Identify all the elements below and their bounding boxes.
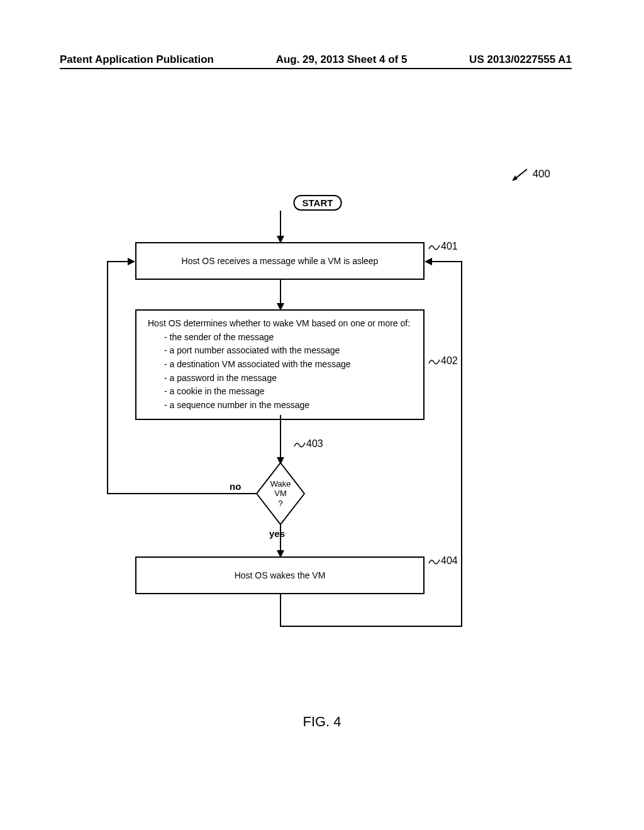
decision-text: Wake VM ? [256, 462, 305, 525]
connector [280, 280, 281, 305]
ref-arrow-icon [509, 167, 530, 182]
connector [280, 594, 281, 626]
connector [280, 211, 281, 237]
ref-403-label: 403 [294, 438, 323, 450]
arrowhead-icon [128, 258, 135, 265]
connector [107, 261, 108, 494]
process-box-402: Host OS determines whether to wake VM ba… [135, 309, 425, 420]
connector [280, 626, 462, 627]
header-left: Patent Application Publication [60, 53, 214, 66]
leader-line-icon [428, 356, 441, 366]
header-rule [60, 68, 572, 69]
ref-404-label: 404 [428, 555, 458, 567]
connector [431, 261, 462, 262]
list-item: - a password in the message [164, 372, 412, 385]
figure-caption: FIG. 4 [0, 714, 644, 730]
list-item: - a cookie in the message [164, 385, 412, 399]
svg-marker-1 [512, 175, 518, 181]
connector [280, 415, 281, 459]
header-right: US 2013/0227555 A1 [469, 53, 572, 66]
leader-line-icon [294, 439, 306, 449]
connector [107, 261, 129, 262]
ref-402-label: 402 [428, 355, 458, 367]
decision-yes-label: yes [269, 528, 285, 539]
arrowhead-icon [425, 258, 432, 265]
ref-400-label: 400 [509, 167, 550, 182]
process-box-404: Host OS wakes the VM [135, 556, 425, 594]
decision-diamond: Wake VM ? [256, 462, 305, 525]
connector [461, 261, 462, 627]
process-box-401: Host OS receives a message while a VM is… [135, 242, 425, 280]
decision-no-label: no [230, 481, 241, 492]
leader-line-icon [428, 556, 441, 566]
list-item: - a port number associated with the mess… [164, 344, 412, 358]
ref-401-label: 401 [428, 241, 458, 252]
list-item: - a destination VM associated with the m… [164, 358, 412, 372]
start-terminator: START [294, 195, 342, 211]
box-402-list: - the sender of the message - a port num… [148, 331, 412, 412]
box-402-heading: Host OS determines whether to wake VM ba… [148, 317, 412, 331]
connector [107, 493, 257, 494]
header-center: Aug. 29, 2013 Sheet 4 of 5 [276, 53, 408, 66]
leader-line-icon [428, 241, 441, 252]
list-item: - a sequence number in the message [164, 399, 412, 412]
page-header: Patent Application Publication Aug. 29, … [0, 53, 644, 66]
list-item: - the sender of the message [164, 331, 412, 345]
flowchart-diagram: 400 START Host OS receives a message whi… [110, 167, 525, 676]
connector [280, 523, 281, 553]
